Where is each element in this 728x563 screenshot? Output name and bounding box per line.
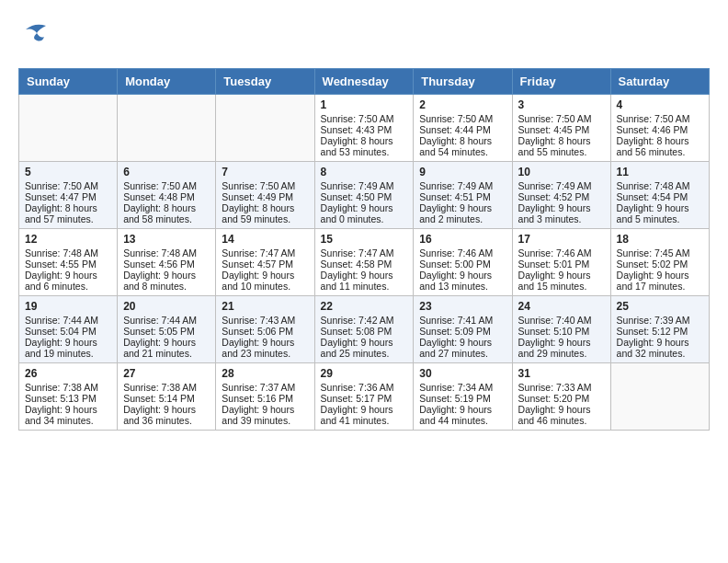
sunset-text: Sunset: 4:50 PM (321, 191, 392, 202)
daylight-text: Daylight: 9 hours and 21 minutes. (123, 337, 196, 359)
calendar-cell: 29 Sunrise: 7:36 AM Sunset: 5:17 PM Dayl… (314, 363, 414, 431)
sunset-text: Sunset: 5:14 PM (123, 393, 195, 404)
sunset-text: Sunset: 4:43 PM (321, 124, 392, 135)
sunset-text: Sunset: 4:46 PM (617, 124, 688, 135)
calendar-cell: 20 Sunrise: 7:44 AM Sunset: 5:05 PM Dayl… (118, 296, 216, 363)
sunrise-text: Sunrise: 7:44 AM (123, 315, 197, 326)
sunset-text: Sunset: 4:48 PM (123, 191, 195, 202)
day-of-week-header: Tuesday (216, 69, 314, 95)
daylight-text: Daylight: 9 hours and 34 minutes. (25, 404, 97, 426)
calendar-cell: 31 Sunrise: 7:33 AM Sunset: 5:20 PM Dayl… (512, 363, 610, 431)
sunset-text: Sunset: 5:01 PM (518, 259, 590, 270)
calendar-cell: 3 Sunrise: 7:50 AM Sunset: 4:45 PM Dayli… (512, 95, 610, 162)
daylight-text: Daylight: 9 hours and 15 minutes. (518, 270, 591, 292)
calendar-week-row: 1 Sunrise: 7:50 AM Sunset: 4:43 PM Dayli… (19, 95, 710, 162)
day-number: 10 (518, 166, 605, 178)
sunset-text: Sunset: 4:57 PM (222, 259, 293, 270)
day-number: 26 (25, 367, 111, 380)
sunset-text: Sunset: 5:02 PM (617, 259, 688, 270)
day-number: 17 (518, 233, 605, 246)
day-of-week-header: Wednesday (314, 69, 414, 95)
day-number: 20 (123, 300, 210, 313)
daylight-text: Daylight: 8 hours and 55 minutes. (518, 135, 591, 157)
sunrise-text: Sunrise: 7:48 AM (617, 180, 690, 191)
calendar-cell: 9 Sunrise: 7:49 AM Sunset: 4:51 PM Dayli… (414, 162, 512, 229)
daylight-text: Daylight: 9 hours and 25 minutes. (321, 337, 393, 359)
calendar-cell: 22 Sunrise: 7:42 AM Sunset: 5:08 PM Dayl… (314, 296, 414, 363)
sunrise-text: Sunrise: 7:50 AM (25, 180, 98, 191)
day-number: 4 (617, 98, 703, 111)
calendar-cell (610, 363, 709, 431)
calendar-cell: 13 Sunrise: 7:48 AM Sunset: 4:56 PM Dayl… (118, 229, 216, 296)
calendar-cell: 26 Sunrise: 7:38 AM Sunset: 5:13 PM Dayl… (19, 363, 118, 431)
sunrise-text: Sunrise: 7:47 AM (222, 247, 295, 259)
daylight-text: Daylight: 8 hours and 54 minutes. (419, 135, 492, 157)
calendar-cell: 19 Sunrise: 7:44 AM Sunset: 5:04 PM Dayl… (19, 296, 118, 363)
calendar-cell: 14 Sunrise: 7:47 AM Sunset: 4:57 PM Dayl… (216, 229, 314, 296)
daylight-text: Daylight: 9 hours and 23 minutes. (222, 337, 294, 359)
sunset-text: Sunset: 4:58 PM (321, 259, 392, 270)
day-number: 14 (222, 233, 308, 246)
logo-icon (18, 18, 53, 53)
daylight-text: Daylight: 9 hours and 2 minutes. (419, 202, 492, 224)
day-of-week-header: Friday (512, 69, 610, 95)
calendar-cell: 2 Sunrise: 7:50 AM Sunset: 4:44 PM Dayli… (414, 95, 512, 162)
calendar-cell (118, 95, 216, 162)
sunrise-text: Sunrise: 7:37 AM (222, 382, 295, 393)
day-number: 12 (25, 233, 111, 246)
calendar-cell (216, 95, 314, 162)
sunrise-text: Sunrise: 7:47 AM (321, 247, 394, 259)
calendar-cell: 8 Sunrise: 7:49 AM Sunset: 4:50 PM Dayli… (314, 162, 414, 229)
sunset-text: Sunset: 4:45 PM (518, 124, 590, 135)
daylight-text: Daylight: 9 hours and 13 minutes. (419, 270, 492, 292)
calendar-week-row: 5 Sunrise: 7:50 AM Sunset: 4:47 PM Dayli… (19, 162, 710, 229)
day-number: 8 (321, 166, 408, 178)
sunset-text: Sunset: 4:52 PM (518, 191, 590, 202)
calendar-cell: 25 Sunrise: 7:39 AM Sunset: 5:12 PM Dayl… (610, 296, 709, 363)
day-number: 7 (222, 166, 308, 178)
sunrise-text: Sunrise: 7:50 AM (419, 113, 493, 124)
sunset-text: Sunset: 5:16 PM (222, 393, 293, 404)
calendar-cell: 17 Sunrise: 7:46 AM Sunset: 5:01 PM Dayl… (512, 229, 610, 296)
daylight-text: Daylight: 9 hours and 46 minutes. (518, 404, 591, 426)
sunset-text: Sunset: 5:00 PM (419, 259, 491, 270)
day-number: 21 (222, 300, 308, 313)
daylight-text: Daylight: 9 hours and 10 minutes. (222, 270, 294, 292)
sunrise-text: Sunrise: 7:34 AM (419, 382, 493, 393)
daylight-text: Daylight: 9 hours and 5 minutes. (617, 202, 689, 224)
sunrise-text: Sunrise: 7:50 AM (617, 113, 690, 124)
daylight-text: Daylight: 8 hours and 59 minutes. (222, 202, 294, 224)
sunrise-text: Sunrise: 7:36 AM (321, 382, 394, 393)
daylight-text: Daylight: 9 hours and 29 minutes. (518, 337, 591, 359)
sunrise-text: Sunrise: 7:42 AM (321, 315, 394, 326)
calendar-cell: 27 Sunrise: 7:38 AM Sunset: 5:14 PM Dayl… (118, 363, 216, 431)
daylight-text: Daylight: 9 hours and 44 minutes. (419, 404, 492, 426)
sunset-text: Sunset: 4:44 PM (419, 124, 491, 135)
sunrise-text: Sunrise: 7:48 AM (123, 247, 197, 259)
sunrise-text: Sunrise: 7:38 AM (25, 382, 98, 393)
sunrise-text: Sunrise: 7:44 AM (25, 315, 98, 326)
calendar-cell: 12 Sunrise: 7:48 AM Sunset: 4:55 PM Dayl… (19, 229, 118, 296)
sunrise-text: Sunrise: 7:38 AM (123, 382, 197, 393)
sunrise-text: Sunrise: 7:46 AM (419, 247, 493, 259)
sunrise-text: Sunrise: 7:49 AM (419, 180, 493, 191)
day-number: 11 (617, 166, 703, 178)
sunrise-text: Sunrise: 7:48 AM (25, 247, 98, 259)
sunset-text: Sunset: 5:13 PM (25, 393, 97, 404)
sunrise-text: Sunrise: 7:50 AM (518, 113, 592, 124)
calendar-cell: 28 Sunrise: 7:37 AM Sunset: 5:16 PM Dayl… (216, 363, 314, 431)
calendar-cell: 24 Sunrise: 7:40 AM Sunset: 5:10 PM Dayl… (512, 296, 610, 363)
day-number: 13 (123, 233, 210, 246)
day-of-week-header: Monday (118, 69, 216, 95)
sunset-text: Sunset: 4:54 PM (617, 191, 688, 202)
day-number: 2 (419, 98, 506, 111)
day-number: 28 (222, 367, 308, 380)
daylight-text: Daylight: 9 hours and 17 minutes. (617, 270, 689, 292)
day-number: 27 (123, 367, 210, 380)
sunrise-text: Sunrise: 7:45 AM (617, 247, 690, 259)
calendar-cell: 5 Sunrise: 7:50 AM Sunset: 4:47 PM Dayli… (19, 162, 118, 229)
day-number: 24 (518, 300, 605, 313)
calendar-cell: 16 Sunrise: 7:46 AM Sunset: 5:00 PM Dayl… (414, 229, 512, 296)
sunset-text: Sunset: 5:05 PM (123, 326, 195, 337)
calendar-header-row: SundayMondayTuesdayWednesdayThursdayFrid… (19, 69, 710, 95)
